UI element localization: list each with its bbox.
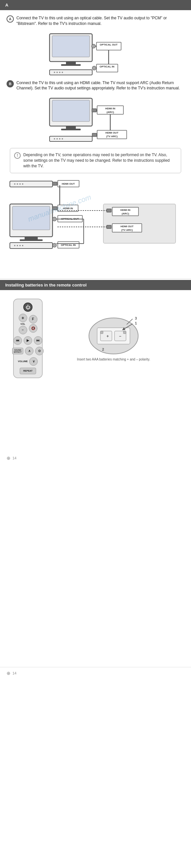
svg-point-63 <box>19 245 21 246</box>
section-battery-title: Installing batteries in the remote contr… <box>5 283 87 287</box>
svg-rect-19 <box>52 100 89 122</box>
vol-nav-row: VOLUME ∨ <box>18 357 38 366</box>
page-icon: ⊕ <box>6 456 10 461</box>
play-button[interactable]: ▶ <box>24 336 32 345</box>
svg-rect-51 <box>53 207 57 210</box>
svg-point-24 <box>56 138 58 140</box>
repeat-row: REPEAT <box>20 368 36 374</box>
optical-diagram: OPTICAL OUT OPTICAL IN <box>6 30 185 76</box>
svg-rect-48 <box>12 206 50 230</box>
svg-rect-31 <box>92 133 97 136</box>
complex-diagram-wrapper: manualmachine.com HDMI OUT HDMI <box>6 178 185 267</box>
svg-rect-85 <box>124 331 126 334</box>
battery-diagram-wrapper: + − 1 2 3 Insert <box>49 299 178 378</box>
svg-point-39 <box>14 183 16 185</box>
svg-point-26 <box>62 138 63 140</box>
svg-text:+: + <box>106 334 109 339</box>
section-battery-header: Installing batteries in the remote contr… <box>0 280 191 290</box>
vol-minus-button[interactable]: − <box>19 326 27 334</box>
svg-rect-2 <box>66 62 76 64</box>
svg-rect-49 <box>25 237 38 239</box>
next-button[interactable]: ⏭ <box>34 336 42 345</box>
page-footer-2: ⊕ 14 <box>0 667 191 679</box>
notice-icon: ! <box>14 152 21 159</box>
hdmi-diagram: HDMI IN (ARC) HDMI OUT (TV ARC) <box>6 95 185 144</box>
notice-box: ! Depending on the TV, some operations m… <box>10 148 181 173</box>
page-number-2: 14 <box>12 671 17 675</box>
section-a-block: A Connect the TV to this unit using an o… <box>0 10 191 277</box>
label-row-b: B Connect the TV to this unit using an H… <box>6 80 185 91</box>
svg-text:1: 1 <box>135 321 137 325</box>
svg-text:OPTICAL OUT: OPTICAL OUT <box>100 43 117 46</box>
svg-rect-13 <box>92 66 96 70</box>
svg-rect-60 <box>10 243 53 249</box>
page-number: 14 <box>12 456 17 460</box>
hdmi-diagram-svg: HDMI IN (ARC) HDMI OUT (TV ARC) <box>43 95 148 144</box>
svg-text:−: − <box>119 334 121 339</box>
power-button[interactable]: ⏻ <box>23 303 32 312</box>
vol-up-button[interactable]: ∧ <box>25 347 33 355</box>
prev-button[interactable]: ⏮ <box>13 336 22 345</box>
svg-rect-27 <box>92 109 97 112</box>
svg-text:(ARC): (ARC) <box>107 111 114 114</box>
svg-point-25 <box>59 138 60 140</box>
svg-point-23 <box>54 138 55 140</box>
vol-group: + VOL − <box>19 314 27 334</box>
svg-text:(TV ARC): (TV ARC) <box>121 228 133 231</box>
input-button[interactable]: ⊙ <box>35 347 44 355</box>
svg-point-61 <box>14 245 16 246</box>
fx-button[interactable]: F <box>29 315 37 323</box>
section-a-description: Connect the TV to this unit using an opt… <box>17 16 185 27</box>
battery-section-block: ⏻ + VOL − F 🔇 ⏮ ▶ ⏭ <box>0 290 191 452</box>
svg-point-5 <box>54 72 55 73</box>
svg-rect-73 <box>107 225 111 228</box>
power-symbol: ⏻ <box>26 305 30 310</box>
badge-b: B <box>6 80 14 87</box>
svg-text:HDMI IN: HDMI IN <box>63 207 73 210</box>
vol-down-button[interactable]: ∨ <box>29 357 38 366</box>
volume-label: VOLUME <box>18 360 28 363</box>
section-a-title: A <box>5 3 8 7</box>
remote-container: ⏻ + VOL − F 🔇 ⏮ ▶ ⏭ <box>6 295 185 381</box>
svg-rect-9 <box>91 44 96 48</box>
svg-rect-4 <box>50 70 92 75</box>
svg-rect-3 <box>61 64 81 66</box>
sound-effect-button[interactable]: SOUNDEFFECT <box>12 348 23 354</box>
svg-point-8 <box>62 72 63 73</box>
vol-mute-row: + VOL − F 🔇 <box>19 314 37 334</box>
svg-rect-54 <box>53 217 56 221</box>
svg-rect-82 <box>101 331 103 334</box>
svg-text:(TV ARC): (TV ARC) <box>106 135 118 138</box>
blank-content-area <box>6 381 185 447</box>
svg-text:2: 2 <box>102 347 104 351</box>
svg-rect-57 <box>53 243 56 247</box>
remote-control: ⏻ + VOL − F 🔇 ⏮ ▶ ⏭ <box>13 299 43 378</box>
svg-point-64 <box>22 245 23 246</box>
battery-diagram-svg: + − 1 2 3 <box>84 315 143 357</box>
svg-text:OPTICAL IN: OPTICAL IN <box>61 244 76 247</box>
notice-text: Depending on the TV, some operations may… <box>23 153 170 168</box>
svg-rect-50 <box>20 239 43 241</box>
svg-rect-1 <box>52 36 89 57</box>
mute-button[interactable]: 🔇 <box>29 324 37 333</box>
divider-1 <box>0 278 191 279</box>
svg-text:HDMI OUT: HDMI OUT <box>105 131 118 134</box>
svg-point-41 <box>19 183 21 185</box>
svg-text:HDMI OUT: HDMI OUT <box>62 182 75 185</box>
optical-diagram-svg: OPTICAL OUT OPTICAL IN <box>43 30 148 76</box>
page-footer: ⊕ 14 <box>0 452 191 464</box>
svg-text:HDMI OUT: HDMI OUT <box>120 225 134 228</box>
svg-rect-21 <box>61 129 81 130</box>
page-icon-2: ⊕ <box>6 671 10 676</box>
vol-plus-button[interactable]: + <box>19 314 27 322</box>
svg-rect-20 <box>66 126 76 129</box>
svg-point-40 <box>17 183 18 185</box>
lower-content <box>0 464 191 660</box>
svg-text:HDMI IN: HDMI IN <box>120 209 131 212</box>
repeat-button[interactable]: REPEAT <box>20 368 36 374</box>
fx-group: F 🔇 <box>29 315 37 333</box>
sound-row: SOUNDEFFECT ∧ ⊙ <box>12 347 44 355</box>
section-a-header: A <box>0 0 191 10</box>
svg-text:OPTICAL IN: OPTICAL IN <box>100 65 114 68</box>
svg-point-7 <box>59 72 60 73</box>
